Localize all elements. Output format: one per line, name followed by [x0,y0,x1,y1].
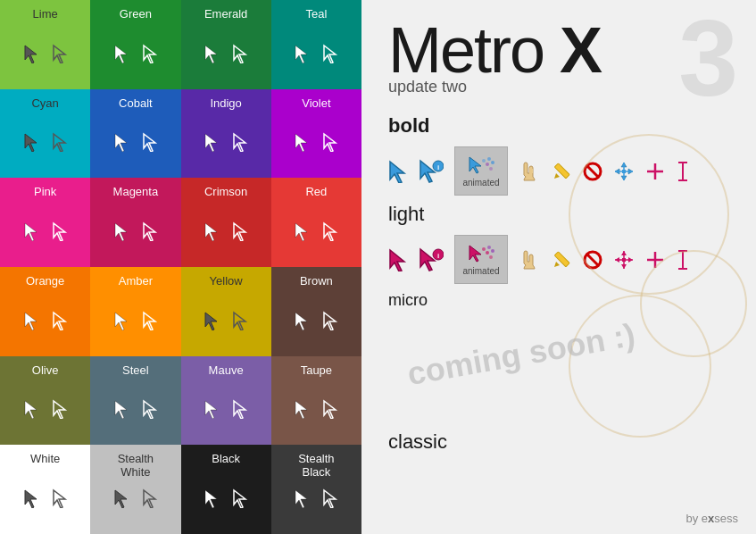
tile-cursors [21,488,71,509]
svg-point-57 [489,167,493,171]
color-tile-red[interactable]: Red [271,178,361,267]
color-tile-white[interactable]: White [0,445,90,534]
tile-cursors [111,398,161,420]
tile-cursors [201,310,251,331]
color-tile-yellow[interactable]: Yellow [181,267,271,356]
color-tile-lime[interactable]: Lime [0,0,90,89]
svg-marker-39 [324,401,336,419]
svg-marker-20 [205,223,217,241]
light-text-cursor [676,249,690,271]
color-tile-emerald[interactable]: Emerald [181,0,271,89]
tile-cursor-arrow-0 [111,398,132,420]
color-tile-cyan[interactable]: Cyan [0,89,90,179]
color-tile-pink[interactable]: Pink [0,178,90,267]
tile-label: Olive [0,363,90,377]
svg-marker-45 [234,490,245,508]
svg-marker-40 [25,490,37,508]
color-tile-teal[interactable]: Teal [271,0,361,89]
tile-cursors [111,221,161,242]
light-arrow-cursor [388,248,408,271]
svg-line-63 [586,165,599,178]
bold-hand-cursor [519,159,540,184]
tile-cursor-arrow-1 [49,310,71,331]
tile-cursors [291,43,341,64]
color-tile-cobalt[interactable]: Cobalt [90,89,180,179]
tile-label: Magenta [90,185,180,198]
tile-label: Indigo [181,96,271,110]
svg-marker-8 [25,134,37,152]
color-tile-orange[interactable]: Orange [0,267,90,356]
svg-marker-38 [295,401,307,419]
tile-cursor-arrow-1 [229,310,251,331]
tile-cursor-arrow-1 [229,488,251,509]
svg-marker-0 [25,46,37,63]
svg-marker-77 [420,249,435,271]
tile-label: Taupe [271,363,361,377]
tile-cursors [111,488,161,509]
svg-marker-23 [324,223,336,241]
tile-cursor-arrow-1 [49,398,71,420]
bold-pencil-cursor [551,161,572,182]
app-title-x: X [560,14,601,86]
bold-animated-box: animated [454,146,508,196]
svg-marker-87 [554,262,560,267]
tile-cursor-arrow-1 [229,43,251,64]
color-tile-mauve[interactable]: Mauve [181,356,271,446]
svg-marker-31 [324,313,336,330]
svg-marker-76 [390,250,404,271]
color-tile-brown[interactable]: Brown [271,267,361,356]
tile-cursor-arrow-1 [229,398,251,420]
tile-cursor-arrow-0 [111,221,132,242]
svg-marker-6 [295,46,307,63]
section-micro: micro [388,291,729,310]
tile-cursors [21,131,71,153]
tile-cursor-arrow-0 [21,310,42,331]
color-tile-green[interactable]: Green [90,0,180,89]
svg-marker-41 [54,490,65,508]
section-classic: classic [388,430,447,454]
color-tile-magenta[interactable]: Magenta [90,178,180,267]
svg-marker-27 [144,313,155,330]
svg-point-81 [482,247,486,251]
svg-marker-17 [54,223,65,241]
version-number: 3 [678,4,738,112]
tile-cursor-arrow-1 [49,131,71,153]
bold-animated-label: animated [462,178,499,188]
color-tile-stealth-black[interactable]: StealthBlack [271,445,361,534]
tile-cursors [111,310,161,331]
color-tile-violet[interactable]: Violet [271,89,361,179]
tile-cursor-arrow-0 [291,43,312,64]
color-tile-indigo[interactable]: Indigo [181,89,271,179]
tile-cursor-arrow-0 [201,221,222,242]
color-tile-olive[interactable]: Olive [0,356,90,446]
svg-marker-1 [54,46,65,63]
svg-marker-35 [144,401,155,419]
tile-label: Steel [90,363,180,377]
light-move-cursor [613,249,635,271]
color-tile-amber[interactable]: Amber [90,267,180,356]
color-tile-stealth-white[interactable]: StealthWhite [90,445,180,534]
color-tile-taupe[interactable]: Taupe [271,356,361,446]
light-no-cursor [583,250,602,270]
color-tile-steel[interactable]: Steel [90,356,180,446]
svg-marker-12 [205,134,217,152]
svg-marker-61 [554,173,560,179]
svg-marker-30 [295,313,307,330]
tile-cursor-arrow-0 [111,131,132,153]
by-credit: by exsess [685,512,738,525]
light-hand-cursor [519,247,540,272]
tile-cursors [291,398,341,420]
color-tile-black[interactable]: Black [181,445,271,534]
svg-marker-42 [115,490,127,508]
svg-marker-49 [420,161,435,182]
tile-label: Orange [0,274,90,288]
tile-cursor-arrow-0 [201,310,222,331]
tile-cursor-arrow-0 [201,488,222,509]
circle-deco-2 [569,295,711,438]
svg-marker-43 [144,490,155,508]
light-cursor-row: i animated [388,235,729,284]
svg-rect-59 [531,169,533,173]
svg-text:i: i [437,252,439,260]
tile-cursors [21,310,71,331]
color-tile-crimson[interactable]: Crimson [181,178,271,267]
